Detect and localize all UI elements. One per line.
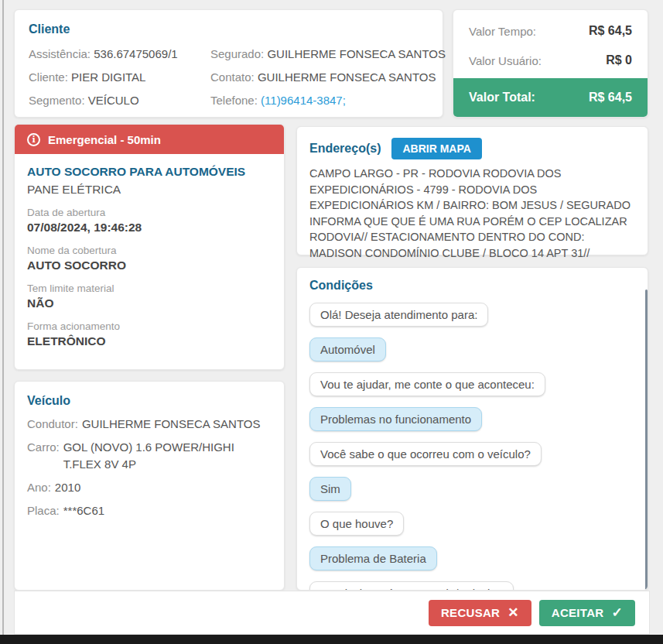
service-name: AUTO SOCORRO PARA AUTOMÓVEIS (27, 165, 272, 179)
insured-field: Segurado: GUILHERME FONSECA SANTOS (210, 43, 446, 66)
client-card: Cliente Assistência: 536.67475069/1 Clie… (14, 9, 443, 118)
chat-bubble-answer: Sim (309, 477, 351, 501)
page-scrollbar-track[interactable] (2, 0, 4, 635)
price-time-value: R$ 64,5 (589, 24, 632, 38)
chat-bubble-answer: Automóvel (309, 337, 386, 361)
address-text: CAMPO LARGO - PR - RODOVIA RODOVIA DOS E… (309, 166, 635, 261)
coverage-name-group: Nome da cobertura AUTO SOCORRO (27, 245, 272, 272)
conditions-card: Condições Olá! Deseja atendimento para: … (296, 267, 648, 591)
client-card-title: Cliente (29, 22, 429, 36)
chat-bubble-answer: Problema de Bateria (309, 546, 437, 570)
info-icon: i (27, 133, 40, 146)
year-field: Ano: 2010 (27, 479, 272, 496)
action-bar: RECUSAR ✕ ACEITAR ✓ (14, 591, 650, 635)
segment-field: Segmento: VEÍCULO (29, 89, 210, 112)
check-icon: ✓ (611, 605, 623, 621)
phone-field: Telefone: (11)96414-3847; (210, 89, 446, 112)
price-row-time: Valor Tempo: R$ 64,5 (453, 24, 648, 38)
vehicle-card-title: Veículo (27, 394, 272, 408)
chat-bubble-question: O veiculo está em estrada/rodovia? (309, 581, 514, 591)
service-problem: PANE ELÉTRICA (27, 183, 272, 197)
car-field: Carro: GOL (NOVO) 1.6 POWER/HIGHI T.FLEX… (27, 439, 272, 473)
chat-bubble-question: Olá! Deseja atendimento para: (309, 303, 488, 327)
chat-bubble-question: Você sabe o que ocorreu com o veículo? (309, 442, 542, 466)
client-fields: Assistência: 536.67475069/1 Cliente: PIE… (29, 43, 429, 112)
price-user-value: R$ 0 (606, 53, 632, 67)
client-fields-right: Segurado: GUILHERME FONSECA SANTOS Conta… (210, 43, 446, 112)
accept-button-label: ACEITAR (552, 606, 604, 619)
reject-button[interactable]: RECUSAR ✕ (429, 600, 531, 626)
price-total-value: R$ 64,5 (589, 91, 632, 104)
service-urgency-banner: i Emergencial - 50min (15, 125, 284, 154)
address-card-title: Endereço(s) (309, 142, 381, 156)
accept-button[interactable]: ACEITAR ✓ (539, 600, 635, 626)
chat-bubble-answer: Problemas no funcionamento (309, 407, 482, 431)
contact-field: Contato: GUILHERME FONSECA SANTOS (210, 66, 446, 89)
driver-field: Condutor: GUILHERME FONSECA SANTOS (27, 416, 272, 433)
activation-method-group: Forma acionamento ELETRÔNICO (27, 320, 272, 348)
service-urgency-label: Emergencial - 50min (48, 133, 161, 146)
address-card: Endereço(s) ABRIR MAPA CAMPO LARGO - PR … (296, 126, 648, 255)
client-fields-left: Assistência: 536.67475069/1 Cliente: PIE… (29, 43, 210, 112)
price-total-label: Valor Total: (469, 91, 535, 104)
chat-bubble-question: O que houve? (309, 512, 404, 536)
bottom-bar (0, 635, 663, 644)
assistance-field: Assistência: 536.67475069/1 (29, 43, 210, 66)
price-row-user: Valor Usuário: R$ 0 (453, 53, 648, 67)
open-map-button[interactable]: ABRIR MAPA (391, 138, 481, 159)
conditions-card-title: Condições (309, 279, 635, 293)
close-icon: ✕ (508, 605, 519, 621)
chat-bubble-question: Vou te ajudar, me conte o que aconteceu: (309, 372, 545, 396)
price-total-row: Valor Total: R$ 64,5 (453, 78, 648, 117)
phone-link[interactable]: (11)96414-3847; (261, 94, 346, 107)
client-field: Cliente: PIER DIGITAL (29, 66, 210, 89)
conditions-scrollbar[interactable] (645, 289, 648, 590)
plate-field: Placa: ***6C61 (27, 502, 272, 519)
reject-button-label: RECUSAR (441, 606, 500, 619)
pricing-card: Valor Tempo: R$ 64,5 Valor Usuário: R$ 0… (453, 9, 648, 118)
service-body: AUTO SOCORRO PARA AUTOMÓVEIS PANE ELÉTRI… (15, 154, 284, 359)
address-header: Endereço(s) ABRIR MAPA (309, 138, 635, 159)
service-card: i Emergencial - 50min AUTO SOCORRO PARA … (14, 124, 285, 370)
material-limit-group: Tem limite material NÃO (27, 283, 272, 310)
opening-date-group: Data de abertura 07/08/2024, 19:46:28 (27, 207, 272, 235)
vehicle-card: Veículo Condutor: GUILHERME FONSECA SANT… (14, 381, 285, 591)
